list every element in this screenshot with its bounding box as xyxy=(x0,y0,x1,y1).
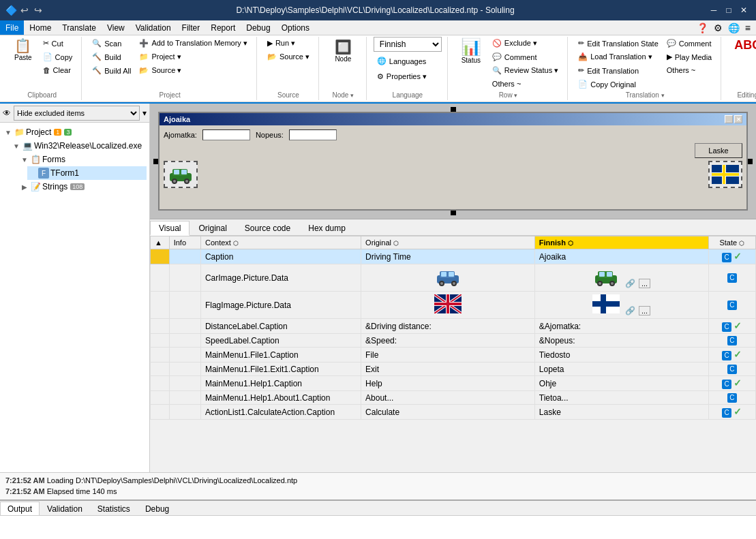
copy-original-button[interactable]: 📄 Copy Original xyxy=(575,78,662,91)
table-row[interactable]: MainMenu1.Help1.Caption Help Ohje C ✓ xyxy=(151,376,756,391)
translation-others-button[interactable]: Others ~ xyxy=(663,64,715,76)
minimize-button[interactable]: ─ xyxy=(707,3,721,17)
clear-button[interactable]: 🗑 Clear xyxy=(40,64,76,76)
bottom-tab-debug[interactable]: Debug xyxy=(138,502,177,515)
row-num-cell xyxy=(151,334,170,348)
laske-button[interactable]: Laske xyxy=(695,143,742,158)
menu-translate[interactable]: Translate xyxy=(57,20,102,35)
nopeus-input[interactable] xyxy=(289,129,337,140)
scan-button[interactable]: 🔍 Scan xyxy=(89,37,134,50)
context-resize-icon[interactable]: ⬡ xyxy=(233,240,239,247)
settings-icon[interactable]: ⚙ xyxy=(714,22,723,33)
languages-button[interactable]: 🌐 Languages xyxy=(374,55,429,67)
build-button[interactable]: 🔨 Build xyxy=(89,50,134,63)
tab-hex-dump[interactable]: Hex dump xyxy=(299,220,354,235)
translation-table-area[interactable]: ▲ Info Context ⬡ Original ⬡ Finnish ⬡ St… xyxy=(150,236,756,472)
table-row[interactable]: MainMenu1.Help1.About1.Caption About... … xyxy=(151,391,756,405)
table-row[interactable]: MainMenu1.File1.Exit1.Caption Exit Lopet… xyxy=(151,363,756,376)
menu-home[interactable]: Home xyxy=(24,20,57,35)
svg-rect-12 xyxy=(723,165,725,184)
form-close-icon[interactable]: ✕ xyxy=(734,115,742,123)
maximize-button[interactable]: □ xyxy=(722,3,736,17)
edit-translation-state-button[interactable]: ✏ Edit Translation State xyxy=(575,37,662,50)
tab-source-code[interactable]: Source code xyxy=(236,220,299,235)
menu-debug[interactable]: Debug xyxy=(241,20,275,35)
status-label: Status xyxy=(462,57,481,64)
project-dropdown-button[interactable]: 📁 Project ▾ xyxy=(136,50,251,63)
menu-filter[interactable]: Filter xyxy=(177,20,206,35)
copy-button[interactable]: 📄 Copy xyxy=(40,50,76,63)
run-button[interactable]: ▶ Run ▾ xyxy=(264,37,313,50)
abc-button[interactable]: ABC xyxy=(728,37,756,53)
table-row[interactable]: ActionList1.CalculateAction.Caption Calc… xyxy=(151,405,756,420)
more-button[interactable]: ... xyxy=(639,279,650,288)
info-icon[interactable]: 🌐 xyxy=(728,22,740,33)
excluded-items-selector[interactable]: Hide excluded items xyxy=(14,106,140,121)
title-text: D:\NT\Deploy\Samples\Delphi\VCL\Driving\… xyxy=(49,5,701,15)
col-header-context[interactable]: Context ⬡ xyxy=(200,236,361,249)
bottom-tab-statistics[interactable]: Statistics xyxy=(90,502,138,515)
properties-button[interactable]: ⚙ Properties ▾ xyxy=(374,70,430,83)
undo-icon[interactable]: ↩ xyxy=(19,5,30,16)
tree-item-exe[interactable]: ▼ 💻 Win32\Release\Localized.exe xyxy=(11,139,147,153)
col-header-finnish[interactable]: Finnish ⬡ xyxy=(534,236,708,249)
language-selector[interactable]: Finnish English German xyxy=(374,37,442,52)
play-media-button[interactable]: ▶ Play Media xyxy=(663,50,715,63)
link-icon2[interactable]: 🔗 xyxy=(625,306,635,315)
redo-icon[interactable]: ↪ xyxy=(33,5,44,16)
state-cell: C ✓ xyxy=(708,249,756,264)
table-row[interactable]: MainMenu1.File1.Caption File Tiedosto C … xyxy=(151,348,756,363)
build-all-button[interactable]: 🔨 Build All xyxy=(89,64,134,77)
table-row[interactable]: SpeedLabel.Caption &Speed: &Nopeus: C xyxy=(151,334,756,348)
form-preview-window: Ajoaika _ ✕ Ajomatka: Nopeus: xyxy=(158,112,748,211)
original-flag-cell xyxy=(361,292,535,319)
menu-options[interactable]: Options xyxy=(276,20,315,35)
ajomatka-input[interactable] xyxy=(202,129,250,140)
tree-item-strings[interactable]: ▶ 📝 Strings 108 xyxy=(19,180,147,194)
table-row[interactable]: FlagImage.Picture.Data xyxy=(151,292,756,319)
source2-button[interactable]: 📂 Source ▾ xyxy=(264,50,313,63)
original-resize-icon[interactable]: ⬡ xyxy=(393,240,399,247)
col-header-sort[interactable]: ▲ xyxy=(151,236,170,249)
tree-item-forms[interactable]: ▼ 📋 Forms xyxy=(19,153,147,166)
translation-comment-button[interactable]: 💬 Comment xyxy=(663,37,715,50)
source-dropdown-button[interactable]: 📂 Source ▾ xyxy=(136,64,251,77)
status-button[interactable]: 📊 Status xyxy=(455,37,487,66)
load-translation-button[interactable]: 📥 Load Translation ▾ xyxy=(575,50,662,63)
tab-original[interactable]: Original xyxy=(190,220,235,235)
edit-translation-button[interactable]: ✏ Edit Translation xyxy=(575,64,662,77)
properties-icon: ⚙ xyxy=(377,72,384,81)
close-button[interactable]: ✕ xyxy=(737,3,751,17)
table-row[interactable]: Caption Driving Time Ajoaika C ✓ xyxy=(151,249,756,264)
help-icon[interactable]: ❓ xyxy=(697,22,708,33)
form-minimize-icon[interactable]: _ xyxy=(725,115,733,123)
tree-item-tform1[interactable]: F TForm1 xyxy=(27,166,147,180)
finnish-img-cell: 🔗 ... xyxy=(534,264,708,292)
bottom-tab-validation[interactable]: Validation xyxy=(40,502,90,515)
flag-more-button[interactable]: ... xyxy=(639,306,650,315)
menu-report[interactable]: Report xyxy=(205,20,241,35)
tab-visual[interactable]: Visual xyxy=(150,221,190,236)
link-icon[interactable]: 🔗 xyxy=(625,279,635,288)
cut-button[interactable]: ✂ Cut xyxy=(40,37,76,50)
exclude-button[interactable]: 🚫 Exclude ▾ xyxy=(489,37,562,50)
status-bar: 7:21:52 AM Loading D:\NT\Deploy\Samples\… xyxy=(0,472,756,499)
menu-view[interactable]: View xyxy=(102,20,130,35)
finnish-resize-icon[interactable]: ⬡ xyxy=(568,240,573,247)
row-others-button[interactable]: Others ~ xyxy=(489,78,562,90)
node-button[interactable]: 🔲 Node xyxy=(326,37,361,66)
col-header-state[interactable]: State ⬡ xyxy=(708,236,756,249)
table-row[interactable]: DistanceLabel.Caption &Driving distance:… xyxy=(151,319,756,334)
bottom-tab-output[interactable]: Output xyxy=(0,502,40,515)
col-header-original[interactable]: Original ⬡ xyxy=(361,236,535,249)
comment-button[interactable]: 💬 Comment xyxy=(489,50,562,63)
paste-button[interactable]: 📋 Paste xyxy=(8,37,38,63)
add-to-memory-button[interactable]: ➕ Add to Translation Memory ▾ xyxy=(136,37,251,50)
review-status-button[interactable]: 🔍 Review Status ▾ xyxy=(489,64,562,77)
ribbon-group-editing: ABC Editing xyxy=(723,37,756,100)
tree-item-project[interactable]: ▼ 📁 Project 1 3 xyxy=(3,125,147,139)
menu-validation[interactable]: Validation xyxy=(130,20,177,35)
menu-file[interactable]: File xyxy=(0,20,24,35)
table-row[interactable]: CarImage.Picture.Data xyxy=(151,264,756,292)
more-icon[interactable]: ≡ xyxy=(745,22,751,33)
